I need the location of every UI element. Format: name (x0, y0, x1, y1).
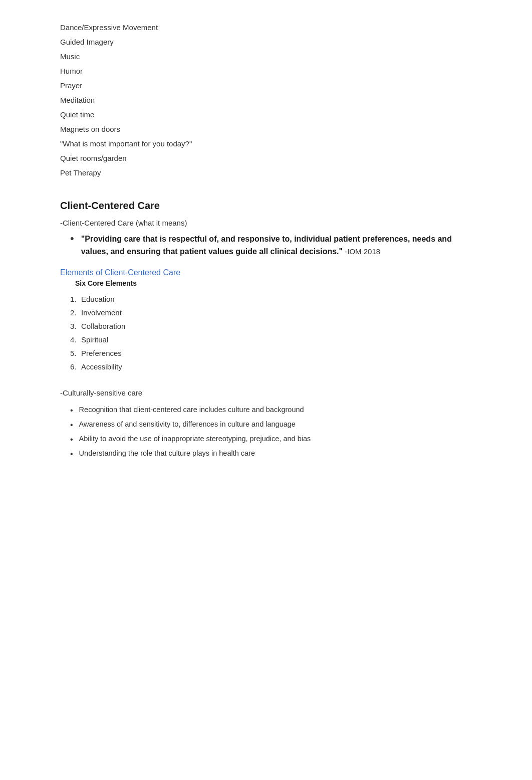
list-item: 4.Spiritual (70, 333, 472, 346)
intro-line: -Client-Centered Care (what it means) (60, 219, 472, 227)
top-list-item: Prayer (60, 78, 472, 93)
list-num: 5. (70, 349, 81, 357)
quote-attribution: -IOM 2018 (345, 247, 380, 256)
bullet-icon: • (70, 232, 74, 245)
top-list-item: Music (60, 49, 472, 64)
elements-section: Elements of Client-Centered Care Six Cor… (60, 268, 472, 373)
sub-heading: Six Core Elements (75, 279, 472, 287)
quote-block: • "Providing care that is respectful of,… (70, 233, 472, 258)
list-item: 1.Education (70, 292, 472, 306)
top-list-item: Magnets on doors (60, 122, 472, 136)
list-num: 6. (70, 362, 81, 371)
list-num: 1. (70, 295, 81, 303)
top-list-item: Dance/Expressive Movement (60, 20, 472, 35)
section-heading: Client-Centered Care (60, 200, 472, 212)
list-num: 4. (70, 335, 81, 344)
elements-heading: Elements of Client-Centered Care (60, 268, 472, 277)
culture-intro: -Culturally-sensitive care (60, 388, 472, 397)
top-list-item: Pet Therapy (60, 165, 472, 180)
quote-content: "Providing care that is respectful of, a… (81, 233, 472, 258)
list-item: 2.Involvement (70, 306, 472, 319)
numbered-list: 1.Education2.Involvement3.Collaboration4… (70, 292, 472, 373)
list-item: 5.Preferences (70, 346, 472, 360)
top-list-item: Humor (60, 64, 472, 78)
top-list-item: "What is most important for you today?" (60, 136, 472, 151)
client-centered-section: Client-Centered Care -Client-Centered Ca… (60, 200, 472, 258)
top-list-item: Meditation (60, 93, 472, 107)
list-item: Ability to avoid the use of inappropriat… (70, 432, 472, 447)
top-list: Dance/Expressive MovementGuided ImageryM… (60, 20, 472, 180)
list-item: Awareness of and sensitivity to, differe… (70, 418, 472, 432)
top-list-item: Guided Imagery (60, 35, 472, 49)
list-num: 2. (70, 308, 81, 317)
quote-text: "Providing care that is respectful of, a… (81, 235, 452, 256)
list-item: 3.Collaboration (70, 319, 472, 333)
list-num: 3. (70, 322, 81, 330)
bullet-list: Recognition that client-centered care in… (70, 403, 472, 461)
culture-section: -Culturally-sensitive care Recognition t… (60, 388, 472, 461)
list-item: Recognition that client-centered care in… (70, 403, 472, 418)
list-item: Understanding the role that culture play… (70, 447, 472, 461)
list-item: 6.Accessibility (70, 360, 472, 373)
top-list-item: Quiet time (60, 107, 472, 122)
top-list-item: Quiet rooms/garden (60, 151, 472, 165)
